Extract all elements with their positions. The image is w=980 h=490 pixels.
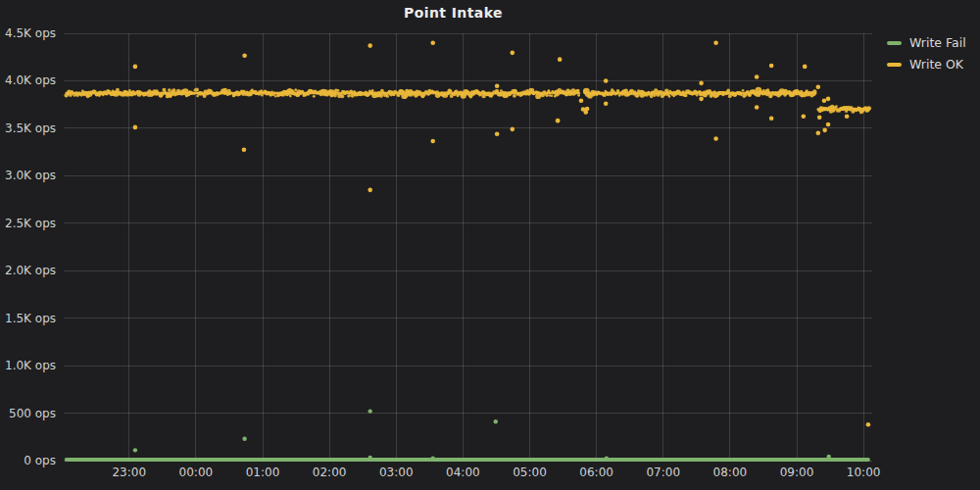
legend-item-write-ok[interactable]: Write OK bbox=[887, 56, 966, 73]
legend-item-write-fail[interactable]: Write Fail bbox=[887, 34, 966, 51]
y-tick-label: 2.0K ops bbox=[5, 264, 56, 277]
y-tick-label: 4.5K ops bbox=[5, 26, 56, 40]
grid-lines bbox=[64, 33, 872, 461]
legend-series-color-marker bbox=[887, 41, 902, 45]
legend: Write FailWrite OK bbox=[887, 34, 966, 73]
x-tick-label: 02:00 bbox=[313, 466, 347, 479]
y-tick-label: 3.0K ops bbox=[5, 169, 56, 182]
x-tick-label: 10:00 bbox=[847, 466, 881, 479]
x-tick-label: 09:00 bbox=[780, 466, 814, 479]
x-tick-label: 07:00 bbox=[646, 466, 680, 479]
y-tick-label: 500 ops bbox=[9, 407, 56, 420]
x-tick-label: 03:00 bbox=[379, 466, 414, 479]
y-tick-label: 1.0K ops bbox=[5, 359, 56, 372]
x-tick-label: 08:00 bbox=[713, 466, 748, 479]
y-tick-label: 4.0K ops bbox=[5, 74, 56, 87]
x-tick-label: 04:00 bbox=[446, 466, 480, 479]
x-tick-label: 06:00 bbox=[579, 466, 613, 479]
plot-area[interactable]: 0 ops500 ops1.0K ops1.5K ops2.0K ops2.5K… bbox=[0, 0, 980, 490]
y-tick-label: 3.5K ops bbox=[5, 122, 56, 135]
legend-series-label: Write Fail bbox=[909, 35, 966, 50]
x-axis-tick-labels: 23:0000:0001:0002:0003:0004:0005:0006:00… bbox=[112, 466, 880, 479]
y-tick-label: 0 ops bbox=[24, 454, 56, 467]
legend-series-label: Write OK bbox=[909, 57, 963, 72]
chart-title: Point Intake bbox=[0, 5, 906, 21]
x-tick-label: 05:00 bbox=[513, 466, 547, 479]
x-tick-label: 23:00 bbox=[112, 466, 146, 479]
series-write-fail-line bbox=[67, 409, 868, 460]
x-tick-label: 00:00 bbox=[179, 466, 214, 479]
legend-series-color-marker bbox=[887, 63, 902, 67]
y-tick-label: 2.5K ops bbox=[5, 217, 56, 230]
y-axis-tick-labels: 0 ops500 ops1.0K ops1.5K ops2.0K ops2.5K… bbox=[5, 26, 56, 467]
x-tick-label: 01:00 bbox=[246, 466, 280, 479]
y-tick-label: 1.5K ops bbox=[5, 312, 56, 325]
series-write-ok-points bbox=[64, 40, 871, 426]
point-intake-panel: Point Intake 0 ops500 ops1.0K ops1.5K op… bbox=[0, 0, 980, 490]
